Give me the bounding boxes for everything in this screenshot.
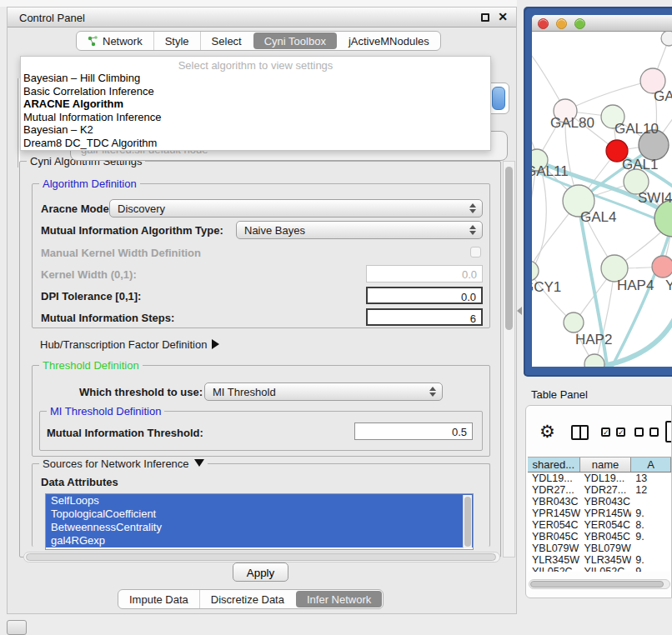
node-label-y: Y xyxy=(665,278,672,293)
table-row[interactable]: YDR27...YDR27...12 xyxy=(528,484,671,496)
table-row[interactable]: YBL079WYBL079W xyxy=(528,542,671,554)
tab-cyni-toolbox[interactable]: Cyni Toolbox xyxy=(253,32,337,49)
settings-vscrollbar-thumb[interactable] xyxy=(505,167,513,330)
stepper-arrows-icon xyxy=(469,225,477,235)
which-threshold-combo[interactable]: MI Threshold xyxy=(204,382,443,401)
settings-hscrollbar-thumb[interactable] xyxy=(26,553,496,561)
mi-type-combo[interactable]: Naive Bayes xyxy=(236,221,483,239)
tab-impute-data[interactable]: Impute Data xyxy=(118,590,199,608)
checked-checkbox-icon[interactable]: ✓ xyxy=(616,428,625,437)
algorithm-option-bayesian-hill-climbing[interactable]: Bayesian – Hill Climbing xyxy=(21,72,490,85)
network-node[interactable] xyxy=(532,261,539,281)
table-cell: YBR045C xyxy=(528,531,580,542)
apply-button[interactable]: Apply xyxy=(233,562,288,582)
column-header-name[interactable]: name xyxy=(580,458,632,472)
algorithm-option-aracne-algorithm[interactable]: ARACNE Algorithm xyxy=(21,98,490,111)
table-row[interactable]: YBR045CYBR045C9. xyxy=(528,531,671,542)
columns-icon[interactable] xyxy=(571,425,589,440)
mac-zoom-icon[interactable] xyxy=(574,18,585,29)
column-header-shared-[interactable]: shared... xyxy=(528,458,580,472)
splitter-collapse-icon[interactable] xyxy=(517,307,522,315)
node-label-hap4: HAP4 xyxy=(617,278,654,293)
sources-title[interactable]: Sources for Network Inference xyxy=(39,458,208,470)
network-node[interactable] xyxy=(584,354,604,367)
network-window-titlebar xyxy=(532,15,672,32)
mi-steps-input[interactable]: 6 xyxy=(366,308,483,326)
table-cell: YDL19... xyxy=(528,472,580,484)
dpi-tolerance-input[interactable]: 0.0 xyxy=(366,287,483,304)
column-header-a[interactable]: A xyxy=(631,458,671,472)
tab-discretize-data[interactable]: Discretize Data xyxy=(199,590,295,608)
table-cell: 8. xyxy=(631,519,671,531)
table-row[interactable]: YBR043CYBR043C xyxy=(528,496,671,508)
algorithm-dropdown-prompt: Select algorithm to view settings xyxy=(21,57,490,72)
network-node[interactable] xyxy=(652,256,672,278)
algorithm-option-basic-correlation-inference[interactable]: Basic Correlation Inference xyxy=(21,85,490,98)
algorithm-option-bayesian-k2[interactable]: Bayesian – K2 xyxy=(21,123,490,137)
tab-infer-network[interactable]: Infer Network xyxy=(296,591,382,608)
data-attributes-list[interactable]: SelfLoopsTopologicalCoefficientBetweenne… xyxy=(45,493,474,550)
hub-definition-toggle[interactable]: Hub/Transcription Factor Definition xyxy=(40,338,219,351)
algorithm-option-dream8-dc-tdc-algorithm[interactable]: Dream8 DC_TDC Algorithm xyxy=(21,137,490,150)
table-row[interactable]: YIL052CYIL052C9 xyxy=(528,566,671,572)
table-cell: 13 xyxy=(631,472,671,484)
network-canvas[interactable]: GALGAL80GAL10GAL11GAL1SWI4GAL4GCY1HAP4YH… xyxy=(532,32,672,367)
table-hscrollbar-thumb[interactable] xyxy=(530,581,664,588)
network-node[interactable] xyxy=(661,32,672,46)
tab-network[interactable]: Network xyxy=(77,32,153,50)
tab-select[interactable]: Select xyxy=(200,32,253,50)
page-icon[interactable] xyxy=(665,421,672,442)
mac-close-icon[interactable] xyxy=(538,18,549,29)
attribute-item-betweennesscentrality[interactable]: BetweennessCentrality xyxy=(46,521,473,534)
algorithm-option-mutual-information-inference[interactable]: Mutual Information Inference xyxy=(21,111,490,124)
mi-threshold-input[interactable]: 0.5 xyxy=(354,422,473,440)
bottom-corner-button[interactable] xyxy=(7,620,27,635)
table-cell: YIL052C xyxy=(580,566,632,572)
checked-checkbox-icon[interactable]: ✓ xyxy=(601,428,610,437)
node-label-gcy1: GCY1 xyxy=(532,279,561,295)
table-row[interactable]: YDL19...YDL19...13 xyxy=(528,472,671,484)
table-row[interactable]: YPR145WYPR145W9. xyxy=(528,508,671,519)
table-cell: 9. xyxy=(631,554,671,566)
algorithm-definition-title: Algorithm Definition xyxy=(39,178,140,190)
unchecked-checkbox-icon[interactable] xyxy=(634,428,644,437)
tab-style[interactable]: Style xyxy=(153,32,200,50)
network-edge-highlighted[interactable] xyxy=(612,225,672,367)
unchecked-checkbox-icon[interactable] xyxy=(649,428,659,437)
network-window[interactable]: GALGAL80GAL10GAL11GAL1SWI4GAL4GCY1HAP4YH… xyxy=(532,15,672,367)
algorithm-dropdown-popup: Select algorithm to view settings Bayesi… xyxy=(20,56,491,151)
table-row[interactable]: YER054CYER054C8. xyxy=(528,519,671,531)
tab-label: Infer Network xyxy=(307,593,371,606)
mac-minimize-icon[interactable] xyxy=(556,18,567,29)
kernel-width-input[interactable]: 0.0 xyxy=(366,265,483,282)
close-icon[interactable]: ✕ xyxy=(498,10,508,23)
algorithm-definition-group: Algorithm Definition Aracne Mode: Discov… xyxy=(32,183,490,328)
table-rows: YDL19...YDL19...13YDR27...YDR27...12YBR0… xyxy=(528,472,671,572)
tab-jactivemnodules[interactable]: jActiveMNodules xyxy=(338,32,440,50)
network-node[interactable] xyxy=(564,312,584,332)
float-window-icon[interactable] xyxy=(481,13,489,22)
aracne-mode-combo[interactable]: Discovery xyxy=(109,199,483,218)
screen: Control Panel ✕ NetworkStyleSelectCyni T… xyxy=(0,0,672,635)
hub-definition-label: Hub/Transcription Factor Definition xyxy=(40,338,207,351)
table-hscrollbar[interactable] xyxy=(529,579,670,589)
table-cell: YER054C xyxy=(580,519,632,531)
list-scrollbar-thumb[interactable] xyxy=(464,497,471,547)
gear-icon[interactable]: ⚙ xyxy=(539,422,555,440)
attribute-item-topologicalcoefficient[interactable]: TopologicalCoefficient xyxy=(46,508,473,521)
mi-threshold-title: MI Threshold Definition xyxy=(47,405,164,418)
table-row[interactable]: YLR345WYLR345W9. xyxy=(528,554,671,566)
table-cell: YBR043C xyxy=(528,496,580,508)
table-header-row: shared...nameA xyxy=(528,457,671,472)
list-scrollbar[interactable] xyxy=(463,495,472,548)
settings-hscrollbar[interactable] xyxy=(23,552,500,562)
table-cell: YER054C xyxy=(528,519,580,531)
settings-vscrollbar[interactable] xyxy=(503,161,515,558)
manual-kernel-checkbox[interactable] xyxy=(470,247,481,258)
tab-label: jActiveMNodules xyxy=(349,35,429,48)
attribute-item-selfloops[interactable]: SelfLoops xyxy=(46,494,473,508)
tab-label: Discretize Data xyxy=(211,593,284,606)
table-cell: 9. xyxy=(631,531,671,542)
cp-tabbar: NetworkStyleSelectCyni ToolboxjActiveMNo… xyxy=(76,31,441,51)
attribute-item-gal4rgexp[interactable]: gal4RGexp xyxy=(46,534,473,548)
